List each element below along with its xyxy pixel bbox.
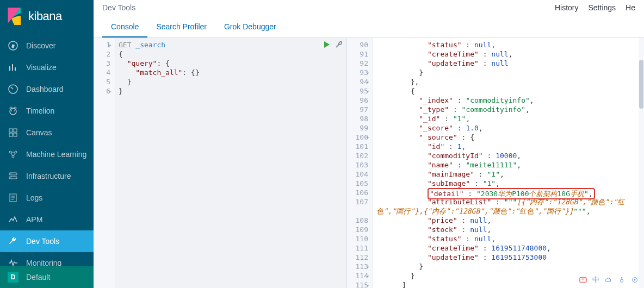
- bear-icon: [8, 105, 18, 116]
- sidebar-item-dashboard[interactable]: Dashboard: [0, 78, 94, 100]
- nav-label: Dev Tools: [26, 237, 59, 246]
- infra-icon: [8, 171, 18, 181]
- tab-console[interactable]: Console: [102, 17, 147, 37]
- tab-grok-debugger[interactable]: Grok Debugger: [215, 17, 285, 37]
- svg-point-16: [10, 173, 11, 174]
- svg-rect-7: [9, 129, 13, 132]
- sidebar-item-apm[interactable]: APM: [0, 209, 94, 230]
- request-gutter: 1▾23456▾: [94, 38, 115, 288]
- space-label: Default: [26, 273, 50, 281]
- topbar: Dev Tools HistorySettingsHe: [94, 0, 644, 12]
- sidebar-item-visualize[interactable]: Visualize: [0, 57, 94, 78]
- top-link-he[interactable]: He: [626, 3, 635, 12]
- tab-search-profiler[interactable]: Search Profiler: [147, 17, 215, 37]
- svg-point-6: [14, 110, 15, 111]
- request-editor[interactable]: 1▾23456▾ GET _search{ "query": { "match_…: [94, 38, 346, 288]
- sidebar-item-discover[interactable]: Discover: [0, 35, 94, 57]
- svg-rect-10: [14, 133, 17, 136]
- svg-point-22: [620, 279, 623, 282]
- response-code: "status" : null, "createTime" : null, "u…: [373, 38, 644, 288]
- top-links: HistorySettingsHe: [555, 3, 635, 12]
- scrollbar-thumb[interactable]: [639, 60, 643, 109]
- wrench-icon[interactable]: [335, 40, 343, 49]
- nav-label: Monitoring: [26, 259, 61, 266]
- sidebar-item-timelion[interactable]: Timelion: [0, 100, 94, 122]
- sidebar-item-infrastructure[interactable]: Infrastructure: [0, 165, 94, 187]
- nav-label: Infrastructure: [26, 172, 71, 180]
- panes: 1▾23456▾ GET _search{ "query": { "match_…: [94, 38, 644, 288]
- sidebar-item-dev-tools[interactable]: Dev Tools: [0, 230, 94, 252]
- svg-rect-8: [14, 129, 17, 132]
- logo[interactable]: kibana: [0, 0, 94, 35]
- response-pane: 90919293▾94▾95▾96979899100▾1011021031041…: [347, 38, 644, 288]
- nav-label: Discover: [26, 41, 55, 50]
- sidebar-item-machine-learning[interactable]: Machine Learning: [0, 143, 94, 165]
- ime-indicator: 中: [579, 275, 639, 285]
- svg-point-4: [10, 108, 16, 115]
- space-default[interactable]: D Default: [0, 266, 94, 288]
- wrench-icon: [8, 236, 18, 247]
- sidebar: kibana DiscoverVisualizeDashboardTimelio…: [0, 0, 94, 288]
- svg-rect-14: [9, 173, 17, 175]
- top-link-settings[interactable]: Settings: [589, 3, 616, 12]
- bar-chart-icon: [8, 62, 18, 73]
- nav-label: Timelion: [26, 107, 54, 115]
- sidebar-item-monitoring[interactable]: Monitoring: [0, 252, 94, 266]
- space-badge: D: [8, 272, 18, 283]
- svg-rect-15: [9, 177, 17, 179]
- heartbeat-icon: [8, 258, 18, 266]
- nav-label: Logs: [26, 193, 42, 202]
- run-request-icon[interactable]: [323, 40, 331, 49]
- nav-label: Canvas: [26, 128, 52, 137]
- logs-icon: [8, 192, 18, 203]
- sidebar-item-canvas[interactable]: Canvas: [0, 122, 94, 143]
- main: Dev Tools HistorySettingsHe ConsoleSearc…: [94, 0, 644, 288]
- svg-point-24: [634, 279, 636, 281]
- svg-point-17: [10, 177, 11, 178]
- svg-point-5: [11, 110, 12, 111]
- ml-icon: [8, 149, 18, 160]
- kibana-logo-icon: [8, 8, 23, 25]
- nav-label: APM: [26, 215, 42, 224]
- request-pane: 1▾23456▾ GET _search{ "query": { "match_…: [94, 38, 347, 288]
- compass-icon: [8, 40, 18, 51]
- response-editor[interactable]: 90919293▾94▾95▾96979899100▾1011021031041…: [347, 38, 644, 288]
- logo-text: kibana: [28, 9, 62, 23]
- request-code[interactable]: GET _search{ "query": { "match_all": {} …: [115, 38, 346, 288]
- sidebar-item-logs[interactable]: Logs: [0, 187, 94, 209]
- response-gutter: 90919293▾94▾95▾96979899100▾1011021031041…: [347, 38, 373, 288]
- top-link-history[interactable]: History: [555, 3, 579, 12]
- svg-rect-21: [606, 279, 611, 281]
- nav-label: Machine Learning: [26, 150, 86, 159]
- nav-label: Visualize: [26, 63, 57, 72]
- editor-actions: [323, 40, 343, 49]
- gauge-icon: [8, 84, 18, 95]
- nav: DiscoverVisualizeDashboardTimelionCanvas…: [0, 35, 94, 266]
- nav-label: Dashboard: [26, 85, 64, 93]
- grid-icon: [8, 127, 18, 138]
- svg-rect-9: [9, 133, 13, 136]
- breadcrumb: Dev Tools: [102, 3, 135, 12]
- tabs: ConsoleSearch ProfilerGrok Debugger: [94, 17, 644, 38]
- apm-icon: [8, 214, 18, 225]
- scrollbar-track[interactable]: [639, 38, 644, 288]
